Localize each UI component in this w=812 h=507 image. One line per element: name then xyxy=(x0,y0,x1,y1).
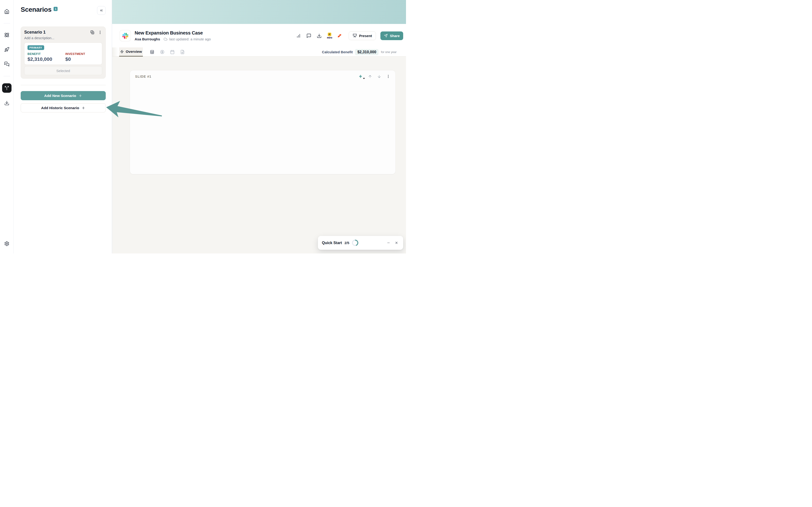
share-button[interactable]: Share xyxy=(380,32,403,40)
kebab-menu-icon xyxy=(98,30,102,35)
quick-start-title: Quick Start xyxy=(322,241,342,245)
slide-header: SLIDE #1 xyxy=(130,70,395,82)
slide-menu-button[interactable] xyxy=(386,74,390,78)
tab-document[interactable] xyxy=(178,47,187,57)
comment-icon xyxy=(306,33,311,38)
main-area: New Expansion Business Case Asa Burrough… xyxy=(112,0,406,253)
panel-title-wrap: Scenarios 1 xyxy=(21,6,58,13)
tab-overview[interactable]: Overview xyxy=(119,47,143,57)
file-icon xyxy=(180,50,185,54)
comments-button[interactable] xyxy=(306,33,312,38)
minimize-icon xyxy=(387,241,390,244)
icon-rail xyxy=(0,0,14,253)
download-export-button[interactable] xyxy=(316,33,322,38)
close-quick-start-button[interactable] xyxy=(394,240,399,245)
investment-label: INVESTMENT xyxy=(65,52,85,56)
scenarios-panel-header: Scenarios 1 xyxy=(21,6,106,15)
arrow-down-icon xyxy=(377,74,381,78)
kebab-menu-icon xyxy=(386,74,390,78)
chat-bubbles-icon xyxy=(4,61,9,67)
investment-value: $0 xyxy=(65,56,85,62)
calculated-benefit-suffix: for one year xyxy=(381,50,397,54)
ai-assist-button[interactable] xyxy=(358,74,363,79)
home-icon xyxy=(4,9,9,14)
presentation-icon xyxy=(353,34,357,38)
benefit-value: $2,310,000 xyxy=(28,56,65,62)
move-slide-down-button[interactable] xyxy=(377,74,381,78)
miro-label: miro xyxy=(327,36,333,39)
collapse-panel-button[interactable] xyxy=(97,6,106,15)
document-updated-text: last updated: a minute ago xyxy=(169,37,211,41)
calculated-benefit-value: $2,310,000 xyxy=(355,49,378,55)
calendar-icon xyxy=(170,50,174,54)
settings-gear-icon xyxy=(4,241,9,246)
slide-card: SLIDE #1 xyxy=(130,70,395,174)
atom-icon xyxy=(4,33,9,38)
tab-overview-label: Overview xyxy=(126,50,142,54)
page-title: Scenarios xyxy=(21,6,51,13)
document-canvas: SLIDE #1 xyxy=(112,57,406,253)
home-nav-button[interactable] xyxy=(2,7,11,16)
download-icon xyxy=(317,33,322,38)
slide-label: SLIDE #1 xyxy=(135,75,152,78)
document-title[interactable]: New Expansion Business Case xyxy=(135,30,211,36)
experiments-nav-button[interactable] xyxy=(2,30,11,40)
document-header: New Expansion Business Case Asa Burrough… xyxy=(112,24,406,47)
chevron-down-icon xyxy=(363,78,365,79)
calculated-benefit-summary: Calculated Benefit $2,310,000 for one ye… xyxy=(322,47,397,57)
add-historic-scenario-button[interactable]: Add Historic Scenario xyxy=(21,103,106,112)
primary-badge: PRIMARY xyxy=(28,45,44,50)
orange-logo-icon xyxy=(338,34,341,38)
calculator-icon xyxy=(150,50,154,54)
present-button[interactable]: Present xyxy=(349,32,376,40)
document-updated: last updated: a minute ago xyxy=(163,37,211,41)
download-icon xyxy=(4,101,9,106)
benefit-metric: BENEFIT $2,310,000 xyxy=(28,52,65,62)
minimize-quick-start-button[interactable] xyxy=(386,240,391,245)
add-new-scenario-label: Add New Scenario xyxy=(44,94,76,98)
document-tabbar: Overview Calculated Benefit $2,310,000 f… xyxy=(112,47,406,57)
plus-icon xyxy=(82,106,85,110)
scenario-description-field[interactable]: Add a description... xyxy=(24,36,102,40)
tab-financials[interactable] xyxy=(158,47,166,57)
tab-calculator[interactable] xyxy=(148,47,156,57)
integration-export-button[interactable] xyxy=(337,34,342,38)
cloud-icon xyxy=(163,37,167,41)
close-icon xyxy=(395,241,398,244)
document-titles: New Expansion Business Case Asa Burrough… xyxy=(135,30,211,41)
add-new-scenario-button[interactable]: Add New Scenario xyxy=(21,91,106,100)
calculated-benefit-label: Calculated Benefit xyxy=(322,50,353,54)
settings-button[interactable] xyxy=(2,239,11,248)
share-label: Share xyxy=(390,34,400,38)
document-author: Asa Burroughs xyxy=(135,37,160,41)
app: Scenarios 1 Scenario 1 Add a descri xyxy=(0,0,406,253)
scenario-card-header: Scenario 1 xyxy=(24,30,102,35)
add-historic-scenario-label: Add Historic Scenario xyxy=(41,106,79,110)
send-icon xyxy=(384,34,388,38)
miro-logo-icon xyxy=(328,33,331,36)
scenario-card-actions xyxy=(90,30,102,35)
collapse-panel-icon xyxy=(99,8,103,12)
document-logo-tile[interactable] xyxy=(120,30,131,41)
document-subtitle: Asa Burroughs last updated: a minute ago xyxy=(135,37,211,41)
launch-nav-button[interactable] xyxy=(2,45,11,54)
benefit-label: BENEFIT xyxy=(28,52,65,56)
duplicate-scenario-button[interactable] xyxy=(90,30,94,35)
document-identity: New Expansion Business Case Asa Burrough… xyxy=(120,30,211,41)
rail-divider xyxy=(4,23,10,23)
tab-timeline[interactable] xyxy=(168,47,176,57)
move-slide-up-button[interactable] xyxy=(368,74,372,78)
scenario-card[interactable]: Scenario 1 Add a description... PRIMARY … xyxy=(21,26,106,78)
miro-export-button[interactable]: miro xyxy=(326,33,333,39)
exports-nav-button[interactable] xyxy=(2,98,11,108)
panel-divider xyxy=(21,85,106,85)
scenarios-nav-button-active[interactable] xyxy=(2,83,11,93)
scenario-name: Scenario 1 xyxy=(24,30,46,35)
sparkle-ai-icon xyxy=(358,74,363,79)
bar-chart-icon xyxy=(296,33,301,38)
scenario-menu-button[interactable] xyxy=(98,30,102,35)
selected-state-button[interactable]: Selected xyxy=(24,66,102,75)
plus-icon xyxy=(79,94,82,98)
community-nav-button[interactable] xyxy=(2,59,11,69)
analytics-button[interactable] xyxy=(296,33,301,38)
